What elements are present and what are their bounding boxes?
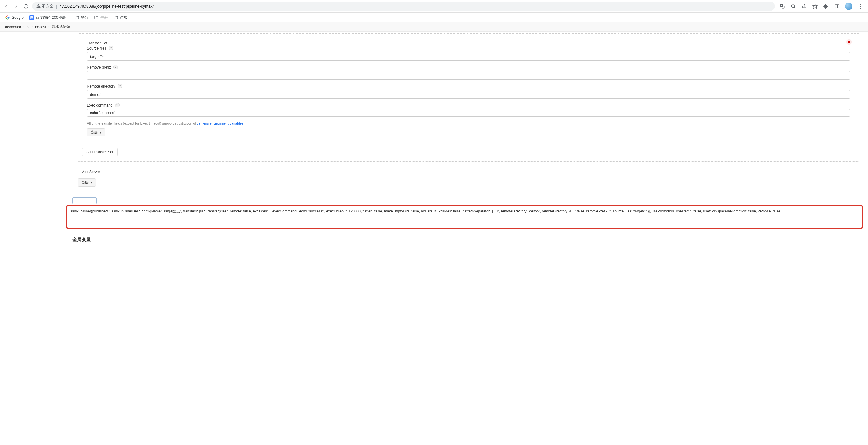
kebab-menu-icon[interactable]: ⋮ xyxy=(858,3,863,9)
folder-icon xyxy=(74,15,79,20)
crumb-dashboard[interactable]: Dashboard xyxy=(3,25,21,29)
bookmark-label: 平台 xyxy=(81,15,88,20)
remote-directory-input[interactable] xyxy=(87,90,850,99)
folder-icon xyxy=(114,15,118,20)
left-divider xyxy=(74,32,74,200)
hint-text: All of the transfer fields (except for E… xyxy=(87,121,197,125)
help-icon[interactable]: ? xyxy=(113,65,118,69)
profile-avatar[interactable] xyxy=(845,3,852,10)
reload-button[interactable] xyxy=(23,3,29,10)
breadcrumb: Dashboard › pipeline-test › 流水线语法 xyxy=(0,23,868,32)
chevron-down-icon: ▾ xyxy=(91,181,92,184)
advanced-label: 高级 xyxy=(82,180,89,185)
transfer-set-title: Transfer Set xyxy=(87,41,850,45)
global-variables-heading: 全局变量 xyxy=(72,237,859,243)
exec-command-input[interactable] xyxy=(87,109,850,117)
svg-marker-7 xyxy=(813,4,817,8)
bookmark-label: 手册 xyxy=(100,15,108,20)
share-icon[interactable] xyxy=(801,3,807,9)
transfer-advanced-button[interactable]: 高级 ▾ xyxy=(87,128,105,137)
google-icon xyxy=(5,15,10,20)
bookmark-star-icon[interactable] xyxy=(812,3,818,9)
bookmark-folder-platform[interactable]: 平台 xyxy=(74,15,88,20)
button-label: Add Server xyxy=(82,170,100,174)
source-files-input[interactable] xyxy=(87,52,850,61)
browser-toolbar: 不安全 | 47.102.149.46:8088/job/pipeline-te… xyxy=(0,0,868,13)
url-text: 47.102.149.46:8088/job/pipeline-test/pip… xyxy=(60,4,154,9)
translate-icon[interactable] xyxy=(779,3,785,9)
chevron-right-icon: › xyxy=(23,25,25,29)
forward-button[interactable] xyxy=(13,3,20,10)
extensions-icon[interactable] xyxy=(823,3,829,9)
substitution-hint: All of the transfer fields (except for E… xyxy=(87,121,850,125)
output-highlight xyxy=(66,205,863,229)
remove-transfer-set-button[interactable] xyxy=(846,39,852,45)
bookmark-google[interactable]: Google xyxy=(5,15,24,20)
chevron-down-icon: ▾ xyxy=(100,131,101,135)
bookmark-folder-misc[interactable]: 杂项 xyxy=(114,15,127,20)
env-vars-link[interactable]: Jenkins environment variables xyxy=(197,121,243,125)
add-transfer-set-button[interactable]: Add Transfer Set xyxy=(82,148,118,156)
separator: | xyxy=(56,4,57,9)
bookmark-label: 百度翻译-200种语... xyxy=(36,15,69,20)
not-secure-indicator: 不安全 xyxy=(36,4,54,9)
advanced-label: 高级 xyxy=(91,130,98,135)
not-secure-label: 不安全 xyxy=(42,4,54,9)
generate-script-button[interactable] xyxy=(72,198,97,204)
help-icon[interactable]: ? xyxy=(109,46,113,50)
folder-icon xyxy=(94,15,99,20)
address-bar[interactable]: 不安全 | 47.102.149.46:8088/job/pipeline-te… xyxy=(32,2,775,11)
button-label: Add Transfer Set xyxy=(86,150,113,154)
server-advanced-button[interactable]: 高级 ▾ xyxy=(78,178,96,186)
help-icon[interactable]: ? xyxy=(118,84,122,88)
chrome-actions: ⋮ xyxy=(778,3,865,10)
svg-rect-8 xyxy=(835,5,839,8)
back-button[interactable] xyxy=(3,3,10,10)
transfer-set-box: Transfer Set Source files ? Remove prefi… xyxy=(82,36,855,143)
remote-directory-label: Remote directory xyxy=(87,84,115,88)
svg-text:译: 译 xyxy=(30,16,33,19)
bookmark-label: 杂项 xyxy=(120,15,127,20)
bookmarks-bar: Google 译 百度翻译-200种语... 平台 手册 杂项 xyxy=(0,13,868,23)
sidepanel-icon[interactable] xyxy=(834,3,840,9)
help-icon[interactable]: ? xyxy=(115,103,120,107)
remove-prefix-label: Remove prefix xyxy=(87,65,111,69)
source-files-label: Source files xyxy=(87,46,106,50)
exec-command-label: Exec command xyxy=(87,103,113,107)
translate-app-icon: 译 xyxy=(29,15,34,20)
bookmark-folder-manual[interactable]: 手册 xyxy=(94,15,108,20)
crumb-page[interactable]: 流水线语法 xyxy=(52,25,70,29)
zoom-icon[interactable] xyxy=(790,3,796,9)
bookmark-label: Google xyxy=(11,15,24,20)
server-config-box: Transfer Set Source files ? Remove prefi… xyxy=(78,33,859,162)
remove-prefix-input[interactable] xyxy=(87,71,850,80)
crumb-job[interactable]: pipeline-test xyxy=(27,25,46,29)
chevron-right-icon: › xyxy=(48,25,50,29)
svg-line-5 xyxy=(794,7,795,8)
generated-pipeline-output[interactable] xyxy=(68,207,861,226)
bookmark-baidu-translate[interactable]: 译 百度翻译-200种语... xyxy=(29,15,69,20)
add-server-button[interactable]: Add Server xyxy=(78,168,104,176)
